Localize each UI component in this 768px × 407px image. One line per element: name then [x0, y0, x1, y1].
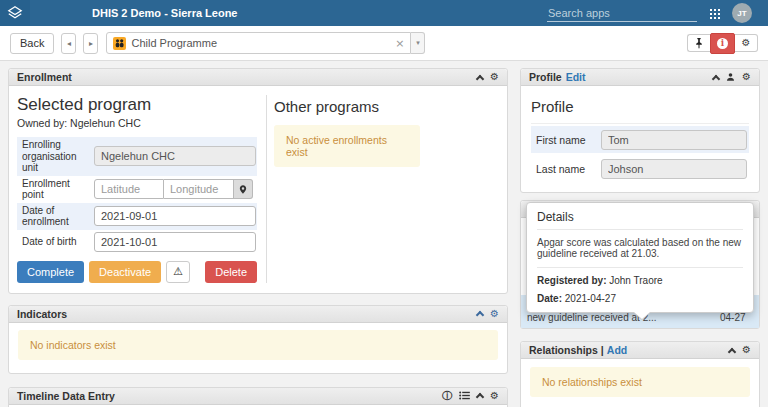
- next-arrow-button[interactable]: ▸: [83, 33, 98, 54]
- indicators-header[interactable]: Indicators ⚙: [9, 306, 507, 323]
- gear-icon[interactable]: ⚙: [490, 309, 499, 319]
- clear-program-icon[interactable]: ×: [395, 37, 404, 50]
- indicators-title: Indicators: [17, 308, 67, 320]
- location-pin-icon: [238, 184, 248, 195]
- relationships-header[interactable]: Relationships | Add ⚙: [521, 342, 759, 359]
- date-of-birth-field[interactable]: [94, 232, 256, 252]
- last-name-label: Last name: [531, 163, 599, 175]
- avatar[interactable]: JT: [732, 3, 752, 23]
- relationships-title: Relationships: [529, 344, 598, 356]
- other-programs-heading: Other programs: [274, 98, 497, 115]
- capture-coordinates-button[interactable]: [234, 179, 253, 199]
- popover-note-text: Apgar score was calculated based on the …: [537, 230, 743, 268]
- popover-title: Details: [537, 210, 743, 230]
- timeline-header[interactable]: Timeline Data Entry ⓘ ⚙: [9, 388, 507, 405]
- profile-widget: Profile Edit ⚙ Profile First name: [520, 68, 760, 193]
- indicators-widget: Indicators ⚙ No indicators exist: [8, 305, 508, 374]
- note-details-popover: Details Apgar score was calculated based…: [526, 202, 754, 313]
- program-selector-value: Child Programme: [131, 37, 390, 49]
- selected-program-heading: Selected program: [17, 95, 257, 115]
- longitude-field[interactable]: [164, 179, 234, 199]
- gear-icon[interactable]: ⚙: [490, 72, 499, 82]
- apps-grid-icon[interactable]: [709, 8, 720, 19]
- collapse-icon[interactable]: [712, 74, 720, 82]
- relationships-widget: Relationships | Add ⚙ No relationships e…: [520, 341, 760, 407]
- enrollment-point-label: Enrollment point: [17, 176, 93, 203]
- enrollment-title: Enrollment: [17, 71, 72, 83]
- collapse-icon[interactable]: [476, 311, 484, 319]
- complete-button[interactable]: Complete: [17, 261, 84, 283]
- previous-arrow-button[interactable]: ◂: [61, 33, 76, 54]
- owned-by-text: Owned by: Ngelehun CHC: [17, 117, 257, 129]
- child-programme-icon: [113, 37, 126, 50]
- latitude-field[interactable]: [94, 179, 164, 199]
- pushpin-icon: [694, 37, 704, 49]
- settings-button[interactable]: ⚙: [735, 34, 758, 52]
- person-icon[interactable]: [726, 72, 735, 82]
- popover-date: Date: 2021-04-27: [537, 293, 743, 304]
- form-row-enrollment-point: Enrollment point: [17, 176, 257, 203]
- date-of-birth-label: Date of birth: [17, 234, 93, 250]
- header-divider: |: [601, 344, 604, 356]
- popover-registered-by: Registered by: John Traore: [537, 275, 743, 286]
- gear-icon[interactable]: ⚙: [742, 345, 751, 355]
- org-unit-label: Enrolling organisation unit: [17, 137, 93, 176]
- date-of-enrollment-label: Date of enrollment: [17, 203, 93, 230]
- deactivate-button[interactable]: Deactivate: [89, 261, 161, 283]
- toolbar-right-group: i ⚙: [687, 33, 758, 54]
- relationships-add-link[interactable]: Add: [607, 344, 627, 356]
- info-circle-icon[interactable]: ⓘ: [442, 389, 452, 403]
- gear-icon: ⚙: [742, 38, 751, 48]
- app-title: DHIS 2 Demo - Sierra Leone: [92, 7, 238, 19]
- navigation-toolbar: Back ◂ ▸ Child Programme × ▾ i ⚙: [0, 26, 768, 61]
- first-name-label: First name: [531, 134, 599, 146]
- enrollment-widget: Enrollment ⚙ Selected program Owned by: …: [8, 68, 508, 294]
- program-dropdown-caret[interactable]: ▾: [411, 32, 425, 54]
- form-row-org-unit: Enrolling organisation unit: [17, 137, 257, 176]
- profile-section-heading: Profile: [531, 98, 749, 124]
- timeline-title: Timeline Data Entry: [17, 390, 115, 402]
- profile-edit-link[interactable]: Edit: [566, 71, 586, 83]
- enrollment-header[interactable]: Enrollment ⚙: [9, 69, 507, 86]
- collapse-icon[interactable]: [476, 74, 484, 82]
- collapse-icon[interactable]: [728, 347, 736, 355]
- collapse-icon[interactable]: [476, 393, 484, 401]
- back-button[interactable]: Back: [10, 33, 54, 54]
- list-view-icon[interactable]: [459, 391, 470, 400]
- popover-arrow: [634, 312, 650, 319]
- last-name-field[interactable]: [601, 159, 747, 179]
- profile-row-first-name: First name: [531, 126, 749, 153]
- profile-row-last-name: Last name: [531, 155, 749, 182]
- gear-icon[interactable]: ⚙: [490, 391, 499, 401]
- info-button[interactable]: i: [710, 33, 735, 54]
- no-indicators-alert: No indicators exist: [18, 330, 498, 360]
- delete-button[interactable]: Delete: [205, 261, 257, 283]
- dhis2-logo[interactable]: [0, 0, 30, 26]
- no-enrollments-alert: No active enrollments exist: [274, 125, 420, 167]
- search-apps-input[interactable]: [547, 5, 697, 22]
- form-row-date-enrollment: Date of enrollment: [17, 203, 257, 230]
- profile-header[interactable]: Profile Edit ⚙: [521, 69, 759, 86]
- program-selector[interactable]: Child Programme × ▾: [106, 32, 425, 54]
- info-icon: i: [717, 38, 728, 49]
- notes-widget: ⚙ Apgar score was calculated based on th…: [520, 200, 760, 329]
- date-of-enrollment-field[interactable]: [94, 206, 256, 226]
- first-name-field[interactable]: [601, 130, 747, 150]
- org-unit-field[interactable]: [94, 146, 256, 166]
- top-app-bar: DHIS 2 Demo - Sierra Leone JT: [0, 0, 768, 26]
- gear-icon[interactable]: ⚙: [742, 72, 751, 82]
- profile-title: Profile: [529, 71, 562, 83]
- no-relationships-alert: No relationships exist: [530, 367, 750, 397]
- form-row-date-birth: Date of birth: [17, 230, 257, 254]
- warning-button[interactable]: ⚠: [166, 261, 190, 283]
- timeline-data-entry-widget: Timeline Data Entry ⓘ ⚙ 2: [8, 387, 508, 407]
- pin-button[interactable]: [687, 34, 710, 52]
